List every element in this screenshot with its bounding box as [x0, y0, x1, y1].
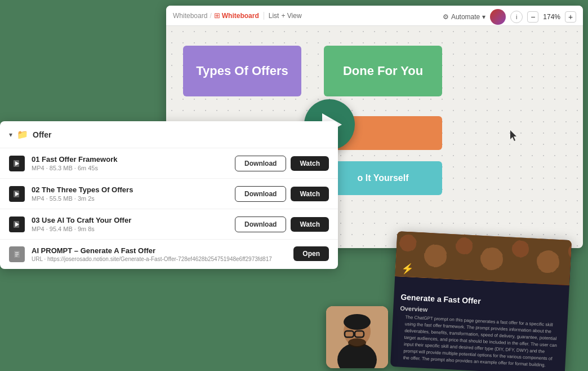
- person-thumbnail: [326, 306, 388, 368]
- prompt-url: URL · https://joserosado.notion.site/Gen…: [32, 256, 287, 262]
- download-button-1[interactable]: Download: [235, 156, 286, 171]
- download-button-2[interactable]: Download: [235, 186, 286, 202]
- notion-content: Generate a Fast Offer Overview The ChatG…: [390, 276, 569, 371]
- svg-point-23: [348, 338, 366, 347]
- notion-description: The ChatGPT prompt on this page generate…: [397, 313, 560, 369]
- tab-list[interactable]: List: [269, 12, 279, 20]
- file-info: 02 The Three Types Of Offers MP4 · 55.5 …: [32, 186, 228, 202]
- wb-box-done-for-you: Done For You: [324, 46, 442, 96]
- video-icon: [9, 186, 25, 202]
- lightning-badge: ⚡: [400, 263, 413, 276]
- tab-whiteboard[interactable]: Whiteboard: [222, 12, 259, 20]
- svg-point-19: [344, 314, 371, 330]
- folder-label: Offer: [33, 130, 51, 139]
- file-row: 03 Use AI To Craft Your Offer MP4 · 95.4…: [0, 209, 338, 240]
- prompt-row: AI PROMPT – Generate A Fast Offer URL · …: [0, 240, 338, 269]
- file-actions: Download Watch: [235, 217, 329, 232]
- whiteboard-toolbar: Whiteboard / ⊞ Whiteboard List + View ⚙ …: [166, 6, 583, 26]
- notion-header-image: ⚡: [395, 231, 572, 285]
- file-meta: MP4 · 95.4 MB · 9m 8s: [32, 226, 228, 232]
- prompt-info: AI PROMPT – Generate A Fast Offer URL · …: [32, 246, 287, 262]
- file-panel: ▾ 📁 Offer 01 Fast Offer Framework MP4 · …: [0, 121, 338, 269]
- download-button-3[interactable]: Download: [235, 217, 286, 232]
- whiteboard-icon: ⊞: [214, 11, 220, 20]
- watch-button-3[interactable]: Watch: [291, 217, 329, 232]
- zoom-level: 174%: [543, 13, 560, 21]
- file-name: 03 Use AI To Craft Your Offer: [32, 216, 228, 224]
- wb-box-label: Types Of Offers: [196, 64, 288, 78]
- automate-icon: ⚙: [443, 13, 449, 21]
- file-info: 03 Use AI To Craft Your Offer MP4 · 95.4…: [32, 216, 228, 232]
- open-button[interactable]: Open: [293, 246, 329, 261]
- zoom-out-button[interactable]: −: [527, 11, 538, 23]
- notion-preview: ⚡ Generate a Fast Offer Overview The Cha…: [390, 231, 572, 371]
- svg-point-13: [525, 238, 549, 262]
- document-icon: [9, 246, 25, 262]
- file-info: 01 Fast Offer Framework MP4 · 85.3 MB · …: [32, 155, 228, 171]
- avatar: [490, 9, 506, 25]
- breadcrumb: Whiteboard: [173, 12, 207, 20]
- video-icon: [9, 217, 25, 232]
- file-name: 01 Fast Offer Framework: [32, 155, 228, 164]
- file-name: 02 The Three Types Of Offers: [32, 186, 228, 194]
- wb-box-label: o It Yourself: [358, 173, 409, 183]
- info-button[interactable]: i: [510, 11, 523, 23]
- file-meta: MP4 · 55.5 MB · 3m 2s: [32, 195, 228, 202]
- wb-box-do-it-yourself: o It Yourself: [324, 161, 442, 195]
- person-silhouette: [326, 306, 388, 368]
- chevron-icon[interactable]: ▾: [9, 131, 12, 139]
- tab-view[interactable]: + View: [281, 12, 301, 20]
- file-meta: MP4 · 85.3 MB · 6m 45s: [32, 165, 228, 171]
- automate-button[interactable]: ⚙ Automate ▾: [443, 13, 485, 21]
- watch-button-1[interactable]: Watch: [291, 156, 329, 171]
- chevron-down-icon: ▾: [482, 13, 485, 21]
- zoom-in-button[interactable]: +: [565, 11, 576, 23]
- video-icon: [9, 156, 25, 171]
- file-actions: Download Watch: [235, 156, 329, 171]
- svg-rect-10: [395, 231, 572, 285]
- cursor-indicator: [510, 130, 518, 144]
- svg-point-12: [479, 247, 515, 282]
- folder-icon: 📁: [17, 129, 28, 140]
- whiteboard-top-right: ⚙ Automate ▾ i − 174% +: [443, 9, 576, 25]
- wb-box-types-of-offers: Types Of Offers: [183, 46, 301, 96]
- file-actions: Open: [293, 246, 329, 261]
- file-row: 02 The Three Types Of Offers MP4 · 55.5 …: [0, 179, 338, 209]
- file-panel-header: ▾ 📁 Offer: [0, 121, 338, 148]
- svg-point-11: [416, 235, 446, 265]
- file-row: 01 Fast Offer Framework MP4 · 85.3 MB · …: [0, 148, 338, 179]
- automate-label: Automate: [451, 13, 480, 21]
- watch-button-2[interactable]: Watch: [291, 187, 329, 201]
- wb-box-label: Done For You: [343, 64, 423, 78]
- prompt-name: AI PROMPT – Generate A Fast Offer: [32, 246, 287, 255]
- file-actions: Download Watch: [235, 186, 329, 202]
